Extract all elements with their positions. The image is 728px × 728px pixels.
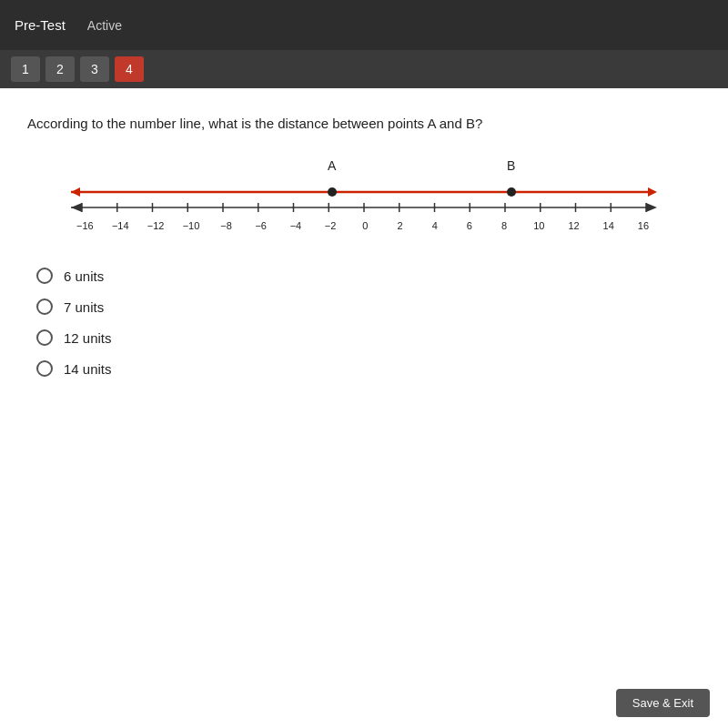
- num-neg6: −6: [253, 220, 269, 231]
- svg-marker-1: [71, 187, 80, 197]
- point-a-label: A: [328, 158, 336, 173]
- radio-d[interactable]: [36, 360, 53, 377]
- svg-marker-6: [71, 203, 82, 212]
- header-bar: Pre-Test Active: [0, 0, 728, 50]
- save-exit-button[interactable]: Save & Exit: [616, 689, 710, 717]
- point-labels: A B: [64, 158, 664, 178]
- choice-d[interactable]: 14 units: [36, 360, 701, 377]
- num-16: 16: [635, 220, 652, 231]
- num-6: 6: [461, 220, 478, 231]
- num-neg8: −8: [218, 220, 235, 231]
- point-b-label: B: [507, 158, 515, 173]
- num-neg2: −2: [322, 220, 339, 231]
- num-0: 0: [357, 220, 373, 231]
- bottom-bar: Save & Exit: [598, 678, 728, 728]
- svg-point-3: [328, 187, 337, 197]
- header-status: Active: [87, 18, 122, 33]
- header-title: Pre-Test: [15, 17, 66, 33]
- num-neg14: −14: [112, 220, 129, 231]
- num-neg4: −4: [288, 220, 304, 231]
- choice-c-label: 12 units: [64, 330, 112, 346]
- tab-2[interactable]: 2: [46, 56, 75, 82]
- choice-c[interactable]: 12 units: [36, 329, 701, 346]
- tab-1[interactable]: 1: [11, 56, 40, 82]
- num-10: 10: [531, 220, 547, 231]
- choice-b[interactable]: 7 units: [36, 298, 701, 315]
- choice-a[interactable]: 6 units: [36, 268, 701, 284]
- number-line-container: A B: [64, 158, 664, 240]
- num-12: 12: [566, 220, 582, 231]
- radio-b[interactable]: [36, 298, 53, 315]
- svg-point-4: [507, 187, 516, 197]
- tab-3[interactable]: 3: [80, 56, 109, 82]
- num-neg16: −16: [76, 220, 94, 231]
- svg-marker-7: [646, 203, 657, 212]
- num-14: 14: [601, 220, 617, 231]
- num-2: 2: [392, 220, 409, 231]
- radio-c[interactable]: [36, 329, 53, 346]
- answer-choices: 6 units 7 units 12 units 14 units: [27, 268, 701, 377]
- num-8: 8: [496, 220, 512, 231]
- choice-a-label: 6 units: [64, 268, 104, 284]
- svg-marker-2: [648, 187, 657, 197]
- num-neg12: −12: [147, 220, 165, 231]
- choice-d-label: 14 units: [64, 361, 112, 377]
- radio-a[interactable]: [36, 268, 53, 284]
- choice-b-label: 7 units: [64, 299, 104, 315]
- tick-line-svg: [64, 200, 664, 220]
- number-labels: −16 −14 −12 −10 −8 −6 −4 −2 0 2 4 6 8 10…: [64, 220, 664, 231]
- num-4: 4: [427, 220, 443, 231]
- tab-4[interactable]: 4: [115, 56, 144, 82]
- red-line-svg: [64, 184, 664, 200]
- content-area: According to the number line, what is th…: [0, 88, 728, 728]
- tab-bar: 1 2 3 4: [0, 50, 728, 88]
- num-neg10: −10: [183, 220, 200, 231]
- question-text: According to the number line, what is th…: [27, 114, 701, 133]
